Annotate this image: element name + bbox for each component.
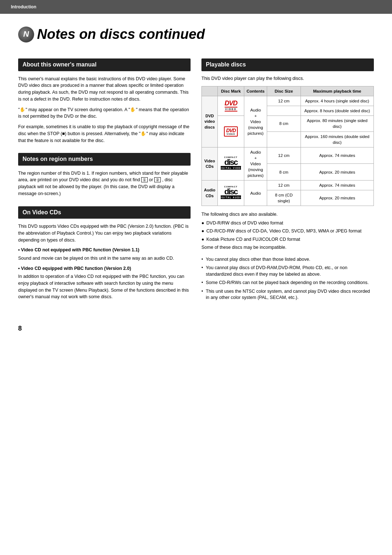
acd-time-74: Approx. 74 minutes [301,181,373,190]
dvd-time-8h: Approx. 8 hours (double sided disc) [301,106,373,116]
right-column: Playable discs This DVD video player can… [201,58,374,309]
notes-list: You cannot play discs other than those l… [201,256,374,301]
video-cd-heading: On Video CDs [18,206,191,219]
additional-bullet-2: CD-R/CD-RW discs of CD-DA, Video CD, SVC… [201,228,374,235]
dvd-size-8: 8 cm [267,116,301,131]
about-para-2: "✋" may appear on the TV screen during o… [18,106,191,120]
about-section: About this owner's manual This owner's m… [18,58,191,144]
dvd-size-12b [267,106,301,116]
col-disc-size: Disc Size [267,86,301,96]
video-cd-section: On Video CDs This DVD supports Video CDs… [18,206,191,300]
page-main-title: Notes on discs continued [37,25,205,44]
title-letter: N [23,29,29,40]
vcd-bullet-2: Video CD equipped with PBC function (Ver… [18,266,191,301]
vcd-bullet-1-body: Sound and movie can be played on this un… [18,255,191,262]
additional-bullet-2-text: CD-R/CD-RW discs of CD-DA, Video CD, SVC… [207,228,362,235]
left-column: About this owner's manual This owner's m… [18,58,191,309]
dvd-time-4h: Approx. 4 hours (single sided disc) [301,96,373,106]
page-number: 8 [0,324,392,333]
note-2: You cannot play discs of DVD-RAM,DVD-ROM… [201,265,374,278]
svg-text:DIGITAL AUDIO: DIGITAL AUDIO [220,196,242,199]
vcd-row-header: VideoCDs [202,147,218,180]
dvd-row: DVDvideodiscs DVD VIDEO Audio+Video(movi… [202,96,374,106]
dvd-size-8b [267,131,301,147]
dvd-size-12: 12 cm [267,96,301,106]
additional-bullet-3-text: Kodak Picture CD and FUJICOLOR CD format [207,236,300,243]
note-3: Some CD-R/RWs can not be played back dep… [201,280,374,286]
col-disc-mark: Disc Mark [218,86,244,96]
vcd-row-1: VideoCDs COMPACT disc DIGITAL VIDEO Aud [202,147,374,164]
about-heading: About this owner's manual [18,58,191,71]
col-contents: Contents [244,86,267,96]
acd-contents: Audio [244,181,267,206]
playable-section: Playable discs This DVD video player can… [201,58,374,301]
main-content: About this owner's manual This owner's m… [0,51,392,320]
about-para-1: This owner's manual explains the basic i… [18,76,191,103]
title-circle: N [18,27,34,42]
note-4: This unit uses the NTSC color system, an… [201,288,374,301]
additional-bullet-1-text: DVD-R/RW discs of DVD video format [207,220,283,227]
disc-table: Disc Mark Contents Disc Size Maximum pla… [201,86,374,206]
acd-size-8: 8 cm (CD single) [267,190,301,206]
col-empty [202,86,218,96]
video-cd-intro: This DVD supports Video CDs equipped wit… [18,223,191,243]
dvd-time-160: Approx. 160 minutes (double sided disc) [301,131,373,147]
vcd-size-8: 8 cm [267,164,301,181]
vcd-mark: COMPACT disc DIGITAL VIDEO [218,147,244,180]
acd-mark: COMPACT disc DIGITAL AUDIO [218,181,244,206]
vcd-size-12: 12 cm [267,147,301,164]
cd-digital-audio-logo: COMPACT disc DIGITAL AUDIO [220,184,242,200]
acd-time-20: Approx. 20 minutes [301,190,373,206]
acd-row-1: AudioCDs COMPACT disc DIGITAL AUDIO Aud [202,181,374,190]
section-label: Introduction [11,4,36,10]
region-text: The region number of this DVD is 1. If r… [18,170,191,197]
playable-intro: This DVD video player can play the follo… [201,76,374,82]
vcd-time-20: Approx. 20 minutes [301,164,373,181]
dvd-time-80: Approx. 80 minutes (single sided disc) [301,116,373,131]
playable-heading: Playable discs [201,58,374,71]
additional-intro: The following discs are also available. [201,211,374,218]
svg-text:DIGITAL VIDEO: DIGITAL VIDEO [220,167,242,169]
dvd-contents: Audio+Video(movingpictures) [244,96,267,147]
vcd-bullet-1-title: Video CD not equipped with PBC function … [18,247,191,254]
dvd-row-header: DVDvideodiscs [202,96,218,147]
dvd-logo-2: DVD VIDEO [224,126,238,137]
header-bar: Introduction [0,0,392,14]
svg-text:disc: disc [224,158,238,167]
dvd-mark-2: DVD VIDEO [218,116,244,147]
vcd-time-74: Approx. 74 minutes [301,147,373,164]
some-incompatible: Some of these discs may be incompatible. [201,244,374,251]
vcd-contents: Audio+Video(movingpictures) [244,147,267,180]
note-1: You cannot play discs other than those l… [201,256,374,263]
about-para-3: For example, sometimes it is unable to s… [18,123,191,144]
vcd-bullet-2-title: Video CD equipped with PBC function (Ver… [18,266,191,272]
vcd-bullet-1: Video CD not equipped with PBC function … [18,247,191,262]
cd-digital-video-logo: COMPACT disc DIGITAL VIDEO [220,155,242,171]
col-max-playback: Maximum playback time [301,86,373,96]
region-section: Notes on region numbers The region numbe… [18,153,191,197]
dvd-mark-1: DVD VIDEO [218,96,244,116]
vcd-bullet-2-body: In addition to operation of a Video CD n… [18,273,191,300]
additional-section: The following discs are also available. … [201,211,374,251]
svg-text:disc: disc [224,187,238,196]
acd-row-header: AudioCDs [202,181,218,206]
additional-bullet-3: Kodak Picture CD and FUJICOLOR CD format [201,236,374,243]
acd-size-12: 12 cm [267,181,301,190]
additional-bullet-1: DVD-R/RW discs of DVD video format [201,220,374,227]
region-heading: Notes on region numbers [18,153,191,165]
page-title-area: N Notes on discs continued [0,14,392,51]
dvd-logo-1: DVD VIDEO [225,100,237,112]
dvd-row-3: DVD VIDEO 8 cm Approx. 80 minutes (singl… [202,116,374,131]
page-title: N Notes on discs continued [18,25,374,44]
